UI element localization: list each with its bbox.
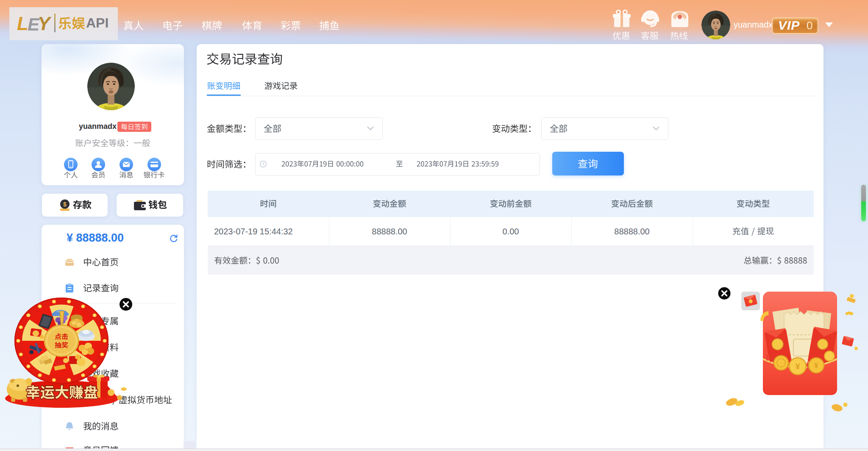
svg-text:¥: ¥ [815, 362, 818, 369]
svg-text:$: $ [63, 201, 67, 208]
svg-text:¥: ¥ [796, 362, 800, 371]
